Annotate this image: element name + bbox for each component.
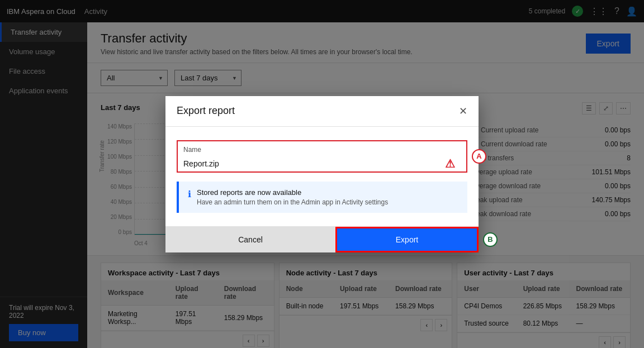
name-field-group: Name ⚠ A	[177, 140, 467, 173]
name-field-wrapper: ⚠	[183, 156, 461, 171]
info-icon: ℹ	[188, 189, 191, 206]
modal-footer: Cancel Export B	[165, 226, 479, 252]
modal-header: Export report ✕	[165, 96, 479, 127]
export-btn-wrapper: Export B	[335, 227, 479, 252]
info-banner: ℹ Stored reports are now available Have …	[177, 182, 467, 213]
annotation-b-badge: B	[483, 232, 498, 247]
name-field-border: Name ⚠	[177, 140, 467, 173]
info-content: Stored reports are now available Have an…	[197, 188, 388, 206]
modal-close-button[interactable]: ✕	[459, 105, 467, 117]
export-modal: Export report ✕ Name ⚠ A ℹ St	[165, 96, 479, 252]
info-subtitle: Have an admin turn them on in the Admin …	[197, 198, 388, 206]
modal-overlay: Export report ✕ Name ⚠ A ℹ St	[0, 0, 644, 348]
modal-body: Name ⚠ A ℹ Stored reports are now availa…	[165, 127, 479, 226]
name-label: Name	[183, 146, 461, 154]
modal-export-button[interactable]: Export	[335, 227, 479, 252]
annotation-a-badge: A	[472, 149, 486, 164]
modal-title: Export report	[177, 105, 235, 117]
modal-cancel-button[interactable]: Cancel	[165, 227, 335, 252]
warning-icon: ⚠	[445, 157, 455, 170]
info-title: Stored reports are now available	[197, 188, 388, 197]
name-input[interactable]	[183, 156, 461, 171]
